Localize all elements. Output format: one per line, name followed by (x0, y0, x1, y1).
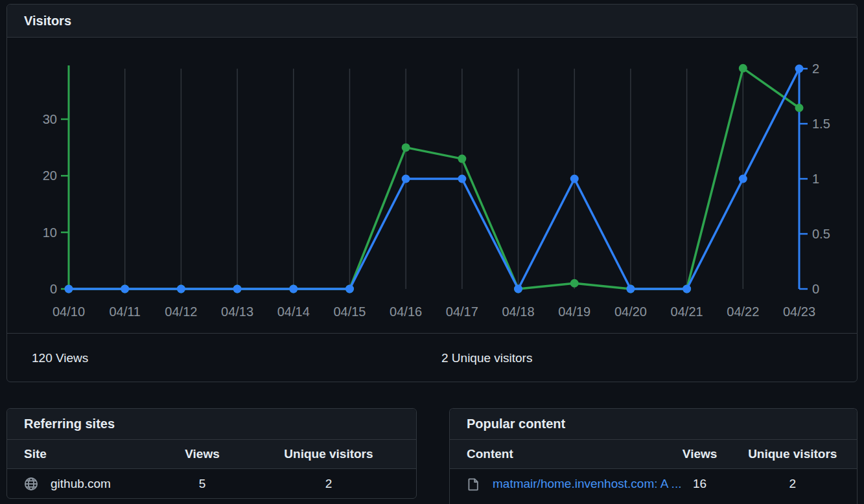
x-axis-label: 04/20 (614, 304, 647, 319)
table-row: github.com 5 2 (7, 469, 416, 499)
site-column-header: Site (7, 447, 47, 461)
content-column-header: Content (450, 447, 513, 461)
unique-visitors-point (458, 175, 466, 183)
left-axis-tick-label: 30 (43, 112, 57, 126)
x-axis-label: 04/19 (558, 304, 590, 319)
right-axis-tick-label: 0 (812, 282, 819, 296)
visitors-chart-svg: 010203000.511.5204/1004/1104/1204/1304/1… (7, 38, 857, 333)
popular-content-link[interactable]: matmair/home.invenhost.com: A ... (493, 477, 681, 491)
x-axis-label: 04/14 (277, 304, 310, 319)
unique-visitors-column-header: Unique visitors (748, 447, 837, 461)
unique-visitors-point (514, 285, 522, 293)
unique-visitors-point (177, 285, 185, 293)
popular-content-header: Popular content (450, 409, 857, 440)
x-axis-label: 04/13 (221, 304, 253, 319)
views-point (570, 279, 579, 288)
popular-content-thead: Content Views Unique visitors (450, 440, 857, 469)
unique-visitors-point (570, 175, 579, 183)
unique-visitors-column-header: Unique visitors (284, 447, 373, 461)
views-point (795, 104, 804, 112)
x-axis-label: 04/18 (502, 304, 535, 319)
unique-visitors-point (65, 285, 73, 293)
left-axis-tick-label: 10 (43, 225, 57, 240)
views-point (402, 143, 410, 152)
unique-visitors-point (739, 175, 747, 183)
right-axis-tick-label: 1.5 (812, 117, 830, 131)
x-axis-label: 04/12 (165, 304, 197, 319)
left-axis-tick-label: 0 (50, 282, 57, 296)
unique-visitors-point (345, 285, 354, 293)
x-axis-label: 04/11 (109, 304, 141, 319)
right-axis-tick-label: 0.5 (812, 227, 830, 241)
visitors-chart: 010203000.511.5204/1004/1104/1204/1304/1… (7, 38, 857, 333)
views-column-header: Views (185, 447, 220, 461)
views-point (739, 64, 747, 73)
popular-content-card: Popular content Content Views Unique vis… (449, 408, 858, 504)
referring-sites-header: Referring sites (7, 409, 416, 440)
unique-visitors-line (69, 69, 799, 289)
unique-visitors-point (289, 285, 298, 293)
popular-content-unique: 2 (789, 477, 796, 491)
right-axis-tick-label: 1 (812, 172, 819, 186)
referring-sites-title: Referring sites (24, 417, 115, 431)
unique-visitors-point (683, 285, 691, 293)
x-axis-label: 04/21 (671, 304, 703, 319)
unique-visitors-point (233, 285, 242, 293)
unique-visitors-point (795, 65, 804, 73)
popular-content-views: 16 (693, 477, 706, 491)
referring-sites-thead: Site Views Unique visitors (7, 440, 416, 469)
x-axis-label: 04/22 (727, 304, 759, 319)
total-unique-visitors-stat: 2 Unique visitors (441, 351, 532, 365)
x-axis-label: 04/17 (446, 304, 478, 319)
unique-visitors-point (121, 285, 129, 293)
referring-site-unique: 2 (325, 477, 333, 491)
globe-icon (24, 477, 38, 491)
x-axis-label: 04/23 (783, 304, 815, 319)
views-column-header: Views (683, 447, 718, 461)
visitors-card-header: Visitors (7, 5, 857, 38)
x-axis-label: 04/10 (53, 304, 85, 319)
right-axis-tick-label: 2 (812, 62, 819, 76)
referring-site-name: github.com (51, 477, 111, 491)
visitors-card: Visitors 010203000.511.5204/1004/1104/12… (6, 4, 858, 382)
referring-sites-card: Referring sites Site Views Unique visito… (6, 408, 417, 499)
table-row: matmair/home.invenhost.com: A ... 16 2 (450, 469, 857, 499)
referring-site-views: 5 (199, 477, 206, 491)
visitors-title: Visitors (24, 14, 71, 29)
x-axis-label: 04/16 (390, 304, 422, 319)
unique-visitors-point (626, 285, 635, 293)
popular-content-title: Popular content (467, 417, 565, 431)
x-axis-label: 04/15 (333, 304, 366, 319)
total-views-stat: 120 Views (32, 351, 88, 365)
views-point (458, 155, 466, 163)
unique-visitors-point (402, 175, 410, 183)
file-icon (467, 477, 480, 491)
left-axis-tick-label: 20 (43, 168, 57, 183)
visitors-summary: 120 Views 2 Unique visitors (7, 333, 857, 382)
